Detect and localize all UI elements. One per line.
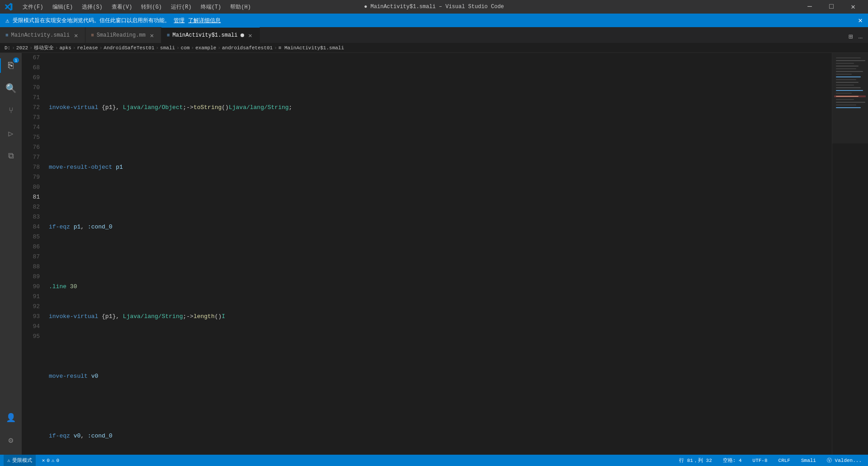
split-editor-icon[interactable]: ⊞ [847,30,855,43]
tab-dirty-indicator [241,33,244,37]
error-icon: ✕ [42,457,45,463]
menu-edit[interactable]: 编辑(E) [49,2,77,12]
main-layout: ⎘ 1 🔍 ⑂ ▷ ⧉ 👤 ⚙ 67 68 6 [0,53,868,455]
minimize-button[interactable]: ─ [799,0,820,14]
tab-label-0: MainActivity.smali [11,32,70,38]
source-control-icon: ⑂ [9,106,14,115]
error-count: 0 [47,458,50,463]
activity-bar-bottom: 👤 ⚙ [0,407,22,451]
language-label: Smali [801,458,816,463]
encoding-status[interactable]: UTF-8 [750,455,770,466]
restricted-mode-bar: ⚠ 受限模式旨在实现安全地浏览代码。信任此窗口以启用所有功能。 管理 了解详细信… [0,14,868,27]
breadcrumb-example[interactable]: example [195,45,216,51]
menu-goto[interactable]: 转到(G) [137,2,165,12]
spaces-label: 空格: 4 [723,457,742,464]
manage-link[interactable]: 管理 [174,17,184,24]
breadcrumb-file[interactable]: ≡ MainActivity$1.smali [278,45,344,51]
tab-mainactivity-smali[interactable]: ≡ MainActivity.smali ✕ [0,27,85,43]
activity-bar: ⎘ 1 🔍 ⑂ ▷ ⧉ 👤 ⚙ [0,53,22,455]
breadcrumb-release[interactable]: release [77,45,98,51]
tab-close-0[interactable]: ✕ [72,32,80,39]
tab-close-2[interactable]: ✕ [247,32,254,39]
restricted-close-button[interactable]: ✕ [858,16,863,25]
run-icon: ▷ [9,128,14,138]
titlebar: 文件(F) 编辑(E) 选择(S) 查看(V) 转到(G) 运行(R) 终端(T… [0,0,868,14]
breadcrumb-androidsafetest01-pkg[interactable]: androidsafetest01 [222,45,273,51]
tabbar: ≡ MainActivity.smali ✕ ≡ SmaliReading.mm… [0,27,868,43]
indent-status[interactable]: 空格: 4 [720,455,745,466]
settings-icon: ⚙ [9,435,14,445]
extensions-icon: ⧉ [8,152,14,161]
svg-rect-21 [832,53,868,143]
minimap-canvas [832,53,868,455]
explorer-icon: ⎘ [8,61,14,71]
menu-view[interactable]: 查看(V) [108,2,136,12]
vscode-logo-icon [5,3,13,11]
titlebar-menu: 文件(F) 编辑(E) 选择(S) 查看(V) 转到(G) 运行(R) 终端(T… [19,2,255,12]
cursor-position[interactable]: 行 81，列 32 [676,455,715,466]
restricted-mode-label: 受限模式 [12,457,32,464]
code-content: 67 68 69 70 71 72 73 74 75 76 77 78 79 8… [22,53,868,455]
menu-terminal[interactable]: 终端(T) [197,2,225,12]
breadcrumb-2022[interactable]: 2022 [16,45,28,51]
activity-settings[interactable]: ⚙ [0,429,22,451]
titlebar-title: ● MainActivity$1.smali – Visual Studio C… [364,4,504,10]
activity-explorer[interactable]: ⎘ 1 [0,55,22,76]
warning-count: 0 [56,458,59,463]
breadcrumb: D: › 2022 › 移动安全 › apks › release › Andr… [0,43,868,53]
learn-more-link[interactable]: 了解详细信息 [188,17,221,24]
menu-run[interactable]: 运行(R) [167,2,195,12]
breadcrumb-d[interactable]: D: [5,45,10,51]
statusbar: ⚠ 受限模式 ✕ 0 ⚠ 0 行 81，列 32 空格: 4 UTF-8 CRL… [0,455,868,466]
breadcrumb-androidsafetest01[interactable]: AndroidSafeTest01 [104,45,154,51]
minimap [832,53,868,455]
breadcrumb-apks[interactable]: apks [59,45,71,51]
restricted-mode-icon: ⚠ [7,457,10,463]
activity-search[interactable]: 🔍 [0,77,22,99]
search-icon: 🔍 [5,83,17,94]
encoding-label: UTF-8 [753,458,768,463]
breadcrumb-security[interactable]: 移动安全 [34,44,54,51]
restricted-mode-status[interactable]: ⚠ 受限模式 [4,455,36,466]
tab-icon-2: ≡ [167,33,170,38]
account-icon: 👤 [6,413,16,423]
line-numbers: 67 68 69 70 71 72 73 74 75 76 77 78 79 8… [22,53,45,455]
errors-status[interactable]: ✕ 0 ⚠ 0 [39,455,62,466]
activity-run[interactable]: ▷ [0,123,22,144]
feedback-label: Ⓥ Valden... [827,457,862,464]
explorer-badge: 1 [13,57,19,63]
close-button[interactable]: ✕ [843,0,863,14]
tab-label-2: MainActivity$1.smali [172,32,237,38]
code-lines: invoke-virtual {p1}, Ljava/lang/Object;-… [45,53,832,455]
feedback-status[interactable]: Ⓥ Valden... [824,455,864,466]
titlebar-left: 文件(F) 编辑(E) 选择(S) 查看(V) 转到(G) 运行(R) 终端(T… [5,2,255,12]
line-ending-status[interactable]: CRLF [776,455,793,466]
breadcrumb-com[interactable]: com [181,45,190,51]
menu-help[interactable]: 帮助(H) [226,2,255,12]
tab-icon-1: ≡ [91,33,94,38]
line-col-label: 行 81，列 32 [679,457,712,464]
tab-mainactivity1-smali[interactable]: ≡ MainActivity$1.smali ✕ [161,27,260,43]
code-editor[interactable]: 67 68 69 70 71 72 73 74 75 76 77 78 79 8… [22,53,868,455]
statusbar-left: ⚠ 受限模式 ✕ 0 ⚠ 0 [4,455,62,466]
activity-account[interactable]: 👤 [0,407,22,428]
warning-icon: ⚠ [52,457,55,463]
more-tabs-icon[interactable]: … [856,31,864,43]
language-status[interactable]: Smali [798,455,819,466]
menu-select[interactable]: 选择(S) [78,2,106,12]
tab-label-1: SmaliReading.mm [97,32,146,38]
breadcrumb-smali[interactable]: smali [160,45,175,51]
tab-smalireading-mm[interactable]: ≡ SmaliReading.mm ✕ [85,27,161,43]
line-ending-label: CRLF [778,458,790,463]
tabbar-actions: ⊞ … [847,30,868,43]
titlebar-controls: ─ □ ✕ [799,0,863,14]
activity-source-control[interactable]: ⑂ [0,100,22,122]
tab-close-1[interactable]: ✕ [148,32,156,39]
activity-extensions[interactable]: ⧉ [0,145,22,167]
restricted-message: 受限模式旨在实现安全地浏览代码。信任此窗口以启用所有功能。 [13,17,170,24]
maximize-button[interactable]: □ [821,0,842,14]
warning-icon: ⚠ [5,17,9,24]
tab-icon-0: ≡ [5,33,9,38]
menu-file[interactable]: 文件(F) [19,2,47,12]
statusbar-right: 行 81，列 32 空格: 4 UTF-8 CRLF Smali Ⓥ Valde… [676,455,864,466]
